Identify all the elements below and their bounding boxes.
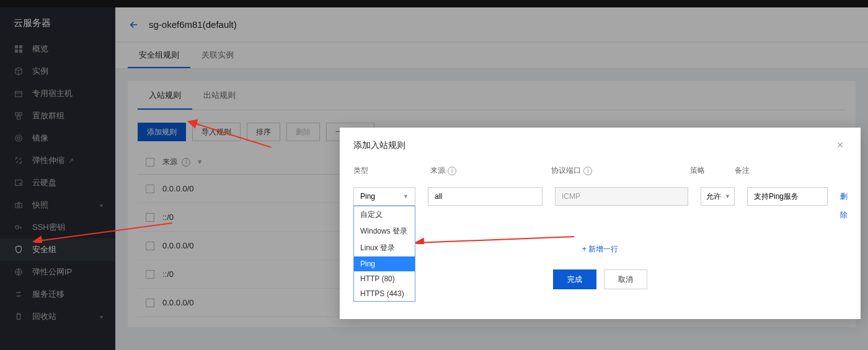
type-option-1[interactable]: Windows 登录 xyxy=(354,223,415,240)
col-port-label: 协议端口 xyxy=(551,166,581,175)
type-option-3[interactable]: Ping xyxy=(354,256,415,271)
policy-select[interactable]: 允许▼ xyxy=(701,187,735,206)
source-input[interactable] xyxy=(428,187,542,206)
col-remark-label: 备注 xyxy=(735,165,811,176)
info-icon[interactable]: i xyxy=(583,167,592,175)
rule-row: Ping▼ 自定义Windows 登录Linux 登录PingHTTP (80)… xyxy=(353,183,847,228)
type-option-0[interactable]: 自定义 xyxy=(354,206,415,223)
remark-input[interactable] xyxy=(747,187,828,206)
col-policy-label: 策略 xyxy=(690,165,722,176)
delete-row-link[interactable]: 删除 xyxy=(840,192,848,219)
add-row-link[interactable]: + 新增一行 xyxy=(582,245,618,253)
info-icon[interactable]: i xyxy=(448,167,456,175)
close-icon[interactable]: × xyxy=(833,139,847,152)
ok-button[interactable]: 完成 xyxy=(553,269,596,289)
port-input xyxy=(555,187,688,206)
col-type-label: 类型 xyxy=(353,165,418,176)
type-option-5[interactable]: HTTPS (443) xyxy=(354,286,415,301)
col-source-label: 来源 xyxy=(430,166,445,175)
modal-title: 添加入站规则 xyxy=(353,140,405,151)
form-header: 类型 来源i 协议端口i 策略 备注 xyxy=(353,160,847,183)
type-option-4[interactable]: HTTP (80) xyxy=(354,271,415,286)
cancel-button[interactable]: 取消 xyxy=(604,269,647,289)
chevron-down-icon: ▼ xyxy=(403,193,409,199)
type-dropdown: 自定义Windows 登录Linux 登录PingHTTP (80)HTTPS … xyxy=(353,206,415,302)
chevron-down-icon: ▼ xyxy=(725,193,730,199)
add-inbound-rule-modal: 添加入站规则 × 类型 来源i 协议端口i 策略 备注 Ping▼ 自定义Win… xyxy=(340,128,861,319)
type-select[interactable]: Ping▼ xyxy=(353,187,415,206)
type-option-2[interactable]: Linux 登录 xyxy=(354,240,415,256)
